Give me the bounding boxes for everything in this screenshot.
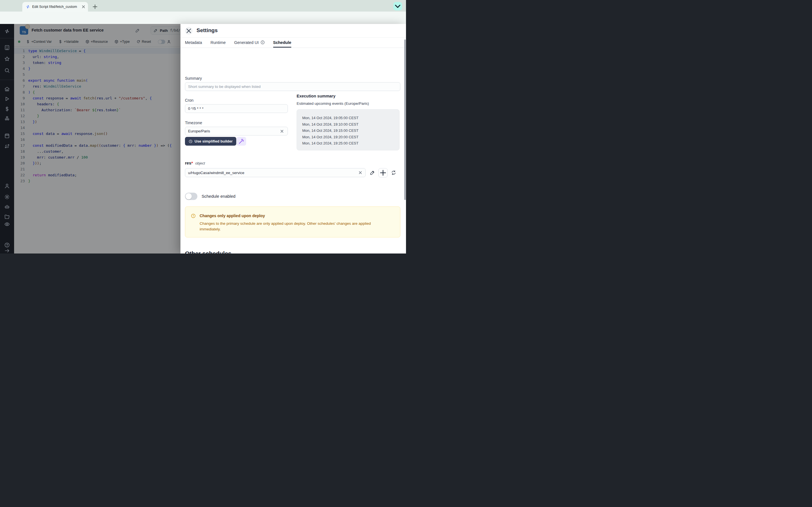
summary-label: Summary — [185, 76, 202, 80]
sidebar-building-icon[interactable] — [0, 45, 14, 50]
sidebar-play-icon[interactable] — [0, 96, 14, 102]
magic-wand-icon — [238, 138, 245, 145]
sidebar-windmill-logo-icon[interactable] — [0, 29, 14, 34]
app-sidebar — [0, 24, 14, 253]
tab-search-chevron-button[interactable] — [393, 2, 402, 10]
modal-dim-overlay[interactable] — [14, 24, 181, 253]
schedule-enabled-label: Schedule enabled — [202, 194, 236, 199]
res-clear-icon[interactable] — [358, 170, 363, 175]
tab-generated-ui[interactable]: Generated UI — [234, 38, 264, 48]
sidebar-calendar-icon[interactable] — [0, 133, 14, 138]
info-icon — [260, 40, 265, 45]
summary-input[interactable] — [185, 82, 400, 91]
cron-label: Cron — [185, 98, 193, 103]
upcoming-event: Mon, 14 Oct 2024, 19:25:00 CEST — [302, 140, 395, 147]
upcoming-event: Mon, 14 Oct 2024, 19:15:00 CEST — [302, 128, 395, 134]
close-icon — [185, 27, 193, 35]
builder-button-label: Use simplified builder — [195, 139, 233, 144]
tab-label: Runtime — [210, 40, 225, 45]
tab-title: Edit Script f/bd/fetch_custom — [32, 5, 80, 9]
res-name: res — [185, 161, 192, 165]
settings-drawer: Settings MetadataRuntimeGenerated UISche… — [181, 24, 406, 253]
sidebar-gear-icon[interactable] — [0, 194, 14, 200]
sidebar-eye-icon[interactable] — [0, 221, 14, 227]
sidebar-folder-icon[interactable] — [0, 214, 14, 220]
upcoming-events-box: Mon, 14 Oct 2024, 19:05:00 CESTMon, 14 O… — [297, 109, 400, 151]
use-simplified-builder-button[interactable]: Use simplified builder — [185, 137, 236, 146]
sidebar-user-icon[interactable] — [0, 183, 14, 189]
sidebar-help-icon[interactable] — [0, 242, 14, 248]
schedule-enabled-toggle[interactable] — [185, 193, 197, 200]
sidebar-search-icon[interactable] — [0, 68, 14, 73]
res-field-label: res*object — [185, 161, 205, 165]
schedule-tab-panel: Summary Cron Timezone Use simplified bui… — [181, 48, 406, 253]
tab-runtime[interactable]: Runtime — [210, 38, 225, 48]
upcoming-event: Mon, 14 Oct 2024, 19:20:00 CEST — [302, 134, 395, 140]
settings-tabs: MetadataRuntimeGenerated UISchedule — [181, 38, 406, 48]
upcoming-event: Mon, 14 Oct 2024, 19:10:00 CEST — [302, 121, 395, 128]
drawer-title: Settings — [197, 27, 218, 34]
browser-tabstrip: Edit Script f/bd/fetch_custom — [0, 0, 406, 11]
sidebar-divider — [0, 80, 14, 80]
warning-body: Changes to the primary schedule are only… — [200, 221, 391, 232]
timezone-input[interactable] — [185, 127, 288, 135]
drawer-scrollbar[interactable] — [404, 40, 406, 200]
edit-resource-pencil-icon[interactable] — [370, 170, 375, 175]
execution-summary-title: Execution summary — [297, 94, 336, 98]
res-resource-input[interactable] — [185, 168, 366, 177]
tab-label: Schedule — [273, 40, 291, 45]
upcoming-event: Mon, 14 Oct 2024, 19:05:00 CEST — [302, 115, 395, 121]
tab-close-icon[interactable] — [81, 4, 86, 9]
execution-summary-subtitle: Estimated upcoming events (Europe/Paris) — [297, 101, 369, 106]
browser-toolbar: app.windmill.dev/scripts/edit/f/bd/fetch… — [0, 11, 406, 24]
sidebar-collapse-icon[interactable] — [0, 248, 14, 253]
sidebar-divider — [0, 38, 14, 38]
timezone-clear-icon[interactable] — [280, 129, 284, 133]
tab-label: Metadata — [185, 40, 202, 45]
plus-icon — [378, 168, 388, 177]
browser-tab[interactable]: Edit Script f/bd/fetch_custom — [22, 2, 88, 11]
windmill-favicon-icon — [26, 4, 30, 9]
close-button[interactable] — [185, 27, 193, 35]
clock-icon — [189, 139, 193, 144]
timezone-label: Timezone — [185, 121, 202, 125]
sidebar-home-icon[interactable] — [0, 86, 14, 92]
refresh-resource-icon[interactable] — [391, 170, 396, 175]
other-schedules-heading: Other schedules — [185, 250, 232, 253]
chevron-down-icon — [393, 2, 402, 11]
alert-circle-icon — [191, 214, 196, 218]
app-page: TS Fetch customer data from EE service P… — [0, 24, 406, 253]
sidebar-robot-icon[interactable] — [0, 204, 14, 210]
drawer-header: Settings — [181, 24, 406, 38]
sidebar-dollar-icon[interactable] — [0, 106, 14, 112]
sidebar-cubes-icon[interactable] — [0, 115, 14, 121]
tab-metadata[interactable]: Metadata — [185, 38, 202, 48]
new-tab-button[interactable] — [92, 3, 98, 10]
add-resource-button[interactable] — [378, 168, 388, 177]
sidebar-route-icon[interactable] — [0, 144, 14, 149]
cron-input[interactable] — [185, 104, 288, 113]
sidebar-star-icon[interactable] — [0, 56, 14, 62]
required-asterisk: * — [192, 161, 193, 165]
tab-schedule[interactable]: Schedule — [273, 38, 291, 48]
deploy-warning-box: Changes only applied upon deploy Changes… — [185, 207, 400, 237]
warning-title: Changes only applied upon deploy — [200, 214, 265, 218]
ai-wand-button[interactable] — [237, 137, 246, 146]
res-type: object — [195, 161, 205, 165]
tab-label: Generated UI — [234, 40, 259, 45]
screen: Edit Script f/bd/fetch_custom app.windmi… — [0, 0, 406, 253]
